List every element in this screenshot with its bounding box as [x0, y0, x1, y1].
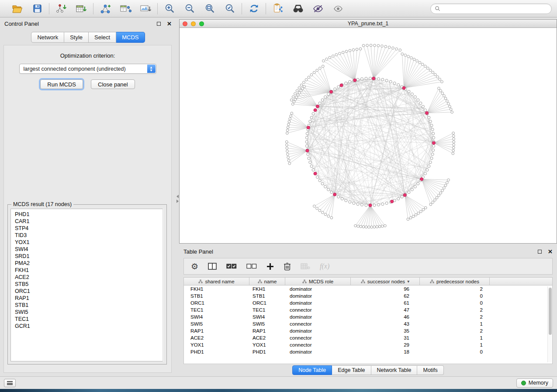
mcds-result-item[interactable]: ORC1 — [15, 288, 163, 295]
mcds-result-item[interactable]: TID3 — [15, 232, 163, 239]
table-row[interactable]: TEC1TEC1connector472 — [184, 306, 552, 313]
table-cell: connector — [285, 342, 351, 347]
mcds-result-item[interactable]: SWI4 — [15, 246, 163, 253]
table-row[interactable]: SWI5SWI5connector431 — [184, 320, 552, 327]
mcds-result-item[interactable]: CAR1 — [15, 218, 163, 225]
table-row[interactable]: YOX1YOX1connector291 — [184, 341, 552, 348]
close-window-button[interactable] — [183, 21, 187, 26]
table-header-row: shared namenameMCDS rolesuccessor nodes▾… — [184, 278, 552, 285]
mcds-result-item[interactable]: PHD1 — [15, 211, 163, 218]
collapse-right-icon[interactable] — [176, 199, 179, 203]
mcds-result-list[interactable]: PHD1CAR1STP4TID3YOX1SWI4SRD1PMA2FKH1ACE2… — [10, 209, 164, 361]
table-row[interactable]: ORC1ORC1dominator610 — [184, 299, 552, 306]
splitter-collapse-controls[interactable] — [176, 195, 179, 203]
mcds-result-item[interactable]: PMA2 — [15, 260, 163, 267]
export-image-button[interactable] — [139, 2, 152, 15]
network-graph[interactable] — [180, 28, 557, 243]
add-row-button[interactable] — [266, 261, 274, 272]
mcds-result-item[interactable]: SWI5 — [15, 309, 163, 316]
zoom-selected-button[interactable] — [223, 2, 236, 15]
desktop-wallpaper — [0, 389, 557, 392]
search-input[interactable] — [443, 6, 547, 12]
tab-select[interactable]: Select — [89, 32, 116, 43]
table-scrollbar[interactable] — [547, 286, 552, 362]
close-panel-button[interactable]: Close panel — [91, 79, 135, 89]
mcds-result-item[interactable]: SRD1 — [15, 253, 163, 260]
close-panel-icon[interactable]: ✕ — [548, 249, 553, 254]
import-network-button[interactable] — [55, 2, 68, 15]
show-all-button[interactable] — [332, 2, 345, 15]
float-panel-icon[interactable] — [538, 250, 542, 254]
tab-motifs[interactable]: Motifs — [417, 365, 443, 375]
column-menu-arrow-icon[interactable]: ▾ — [407, 279, 409, 284]
image-export-icon — [140, 3, 152, 14]
column-type-icon — [258, 279, 262, 284]
table-cell: SWI5 — [184, 321, 249, 327]
open-file-button[interactable] — [10, 2, 24, 15]
tab-network-table[interactable]: Network Table — [371, 365, 418, 375]
column-header-predecessor-nodes[interactable]: predecessor nodes — [420, 278, 490, 285]
mcds-result-item[interactable]: GCR1 — [15, 323, 163, 330]
zoom-fit-button[interactable] — [203, 2, 216, 15]
panel-menu-button[interactable] — [4, 379, 16, 387]
delete-rows-button[interactable] — [284, 261, 291, 272]
zoom-out-button[interactable] — [183, 2, 196, 15]
table-row[interactable]: SWI4SWI4dominator462 — [184, 313, 552, 320]
table-row[interactable]: FKH1FKH1dominator962 — [184, 285, 552, 292]
column-header-name[interactable]: name — [249, 278, 285, 285]
column-header-MCDS-role[interactable]: MCDS role — [285, 278, 351, 285]
mcds-result-item[interactable]: STP4 — [15, 225, 163, 232]
mcds-result-item[interactable]: STB1 — [15, 302, 163, 309]
import-table-button[interactable] — [75, 2, 88, 15]
memory-button[interactable]: Memory — [516, 378, 553, 388]
mcds-result-item[interactable]: YOX1 — [15, 239, 163, 246]
table-cell: FKH1 — [184, 286, 249, 292]
find-network-button[interactable] — [291, 2, 304, 15]
tab-mcds[interactable]: MCDS — [116, 32, 145, 43]
zoom-in-button[interactable] — [163, 2, 176, 15]
table-row[interactable]: ACE2ACE2connector311 — [184, 334, 552, 341]
table-row[interactable]: RAP1RAP1dominator352 — [184, 327, 552, 334]
clear-selection-button[interactable] — [246, 261, 257, 272]
minimize-window-button[interactable] — [191, 21, 196, 26]
vertical-splitter[interactable] — [176, 18, 179, 376]
mcds-result-item[interactable]: FKH1 — [15, 267, 163, 274]
network-search-box[interactable] — [430, 3, 552, 14]
collapse-left-icon[interactable] — [176, 195, 179, 198]
table-disabled-icon — [301, 263, 310, 270]
tab-network[interactable]: Network — [31, 32, 64, 43]
column-type-icon — [430, 279, 434, 284]
new-network-button[interactable] — [99, 2, 112, 15]
run-mcds-button[interactable]: Run MCDS — [40, 79, 83, 89]
column-header-shared-name[interactable]: shared name — [184, 278, 249, 285]
optimization-criterion-select[interactable]: largest connected component (undirected)… — [19, 64, 156, 74]
mcds-result-item[interactable]: ACE2 — [15, 274, 163, 281]
share-clipboard-button[interactable] — [271, 2, 284, 15]
result-list-scrollbar[interactable] — [163, 209, 164, 361]
memory-status-icon — [521, 381, 526, 385]
mcds-result-item[interactable]: RAP1 — [15, 295, 163, 302]
save-session-button[interactable] — [31, 2, 44, 15]
tab-style[interactable]: Style — [64, 32, 89, 43]
table-scrollbar-thumb[interactable] — [549, 288, 552, 335]
toggle-columns-button[interactable] — [208, 261, 217, 272]
mcds-result-group: MCDS result (17 nodes) PHD1CAR1STP4TID3Y… — [7, 204, 167, 364]
table-row[interactable]: STB1STB1dominator620 — [184, 292, 552, 299]
maximize-window-button[interactable] — [199, 21, 204, 26]
table-row[interactable]: PHD1PHD1dominator180 — [184, 348, 552, 355]
column-header-successor-nodes[interactable]: successor nodes▾ — [351, 278, 420, 285]
tab-node-table[interactable]: Node Table — [292, 365, 332, 375]
network-view-titlebar[interactable]: YPA_prune.txt_1 — [180, 20, 557, 28]
hide-selected-button[interactable] — [311, 2, 325, 15]
mcds-result-item[interactable]: TEC1 — [15, 316, 163, 323]
network-canvas[interactable] — [180, 28, 557, 243]
table-cell: SWI4 — [249, 314, 285, 320]
tab-edge-table[interactable]: Edge Table — [332, 365, 371, 375]
select-all-button[interactable] — [226, 261, 237, 272]
close-panel-icon[interactable]: ✕ — [167, 21, 172, 27]
network-from-table-button[interactable] — [119, 2, 132, 15]
mcds-result-item[interactable]: STB5 — [15, 281, 163, 288]
float-panel-icon[interactable] — [157, 22, 161, 26]
apply-layout-button[interactable] — [247, 2, 260, 15]
table-settings-button[interactable]: ⚙ — [191, 261, 198, 272]
